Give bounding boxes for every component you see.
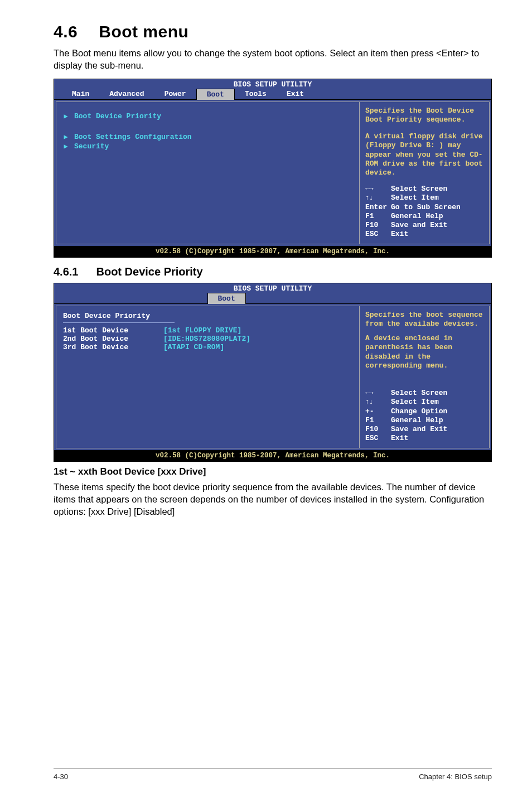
- bios-title: BIOS SETUP UTILITY: [54, 283, 491, 293]
- bios-left-panel: Boot Device Priority 1st Boot Device [1s…: [56, 306, 359, 448]
- help-keys: Select Screen Select Item +-Change Optio…: [365, 389, 483, 443]
- tab-main[interactable]: Main: [62, 89, 99, 99]
- bios-screenshot-boot-device-priority: BIOS SETUP UTILITY Boot Boot Device Prio…: [54, 283, 492, 462]
- bios-left-panel: ▶ Boot Device Priority ▶ Boot Settings C…: [56, 102, 359, 244]
- help-text-top: Specifies the Boot Device Boot Priority …: [365, 107, 483, 125]
- divider: [63, 322, 175, 323]
- menu-boot-device-priority[interactable]: ▶ Boot Device Priority: [63, 112, 352, 120]
- key-desc: Save and Exit: [391, 425, 447, 433]
- row-label: 2nd Boot Device: [63, 335, 163, 343]
- section-heading: 4.6 Boot menu: [54, 22, 492, 41]
- row-value: [1st FLOPPY DRIVE]: [163, 326, 241, 335]
- help-keys: Select Screen Select Item EnterGo to Sub…: [365, 185, 483, 239]
- arrows-lr-icon: [365, 389, 391, 398]
- key-label: ESC: [365, 230, 391, 239]
- key-desc: Select Item: [391, 194, 439, 202]
- submenu-arrow-icon: ▶: [63, 142, 69, 151]
- row-value: [ATAPI CD-ROM]: [163, 343, 224, 351]
- option-heading: 1st ~ xxth Boot Device [xxx Drive]: [54, 466, 492, 477]
- submenu-arrow-icon: ▶: [63, 133, 69, 141]
- help-text-mid: A virtual floppy disk drive (Floppy Driv…: [365, 132, 483, 177]
- key-desc: Select Item: [391, 398, 439, 406]
- key-desc: General Help: [391, 416, 443, 424]
- key-label: F1: [365, 212, 391, 221]
- page-footer: 4-30 Chapter 4: BIOS setup: [54, 769, 492, 781]
- key-desc: Exit: [391, 434, 408, 442]
- bios-copyright: v02.58 (C)Copyright 1985-2007, American …: [54, 450, 491, 461]
- bios-copyright: v02.58 (C)Copyright 1985-2007, American …: [54, 246, 491, 257]
- subsection-number: 4.6.1: [54, 265, 78, 278]
- section-title: Boot menu: [99, 22, 188, 41]
- row-value: [IDE:HDS728080PLAT2]: [163, 335, 250, 343]
- page-number: 4-30: [54, 772, 68, 781]
- bios-right-panel: Specifies the Boot Device Boot Priority …: [359, 102, 490, 244]
- key-desc: General Help: [391, 212, 443, 220]
- section-number: 4.6: [54, 22, 78, 41]
- boot-device-row-1[interactable]: 1st Boot Device [1st FLOPPY DRIVE]: [63, 326, 352, 335]
- menu-label: Boot Device Priority: [74, 112, 161, 120]
- bios-tabs-single: Boot: [54, 293, 491, 303]
- menu-label: Security: [74, 142, 109, 151]
- bios-screenshot-boot-menu: BIOS SETUP UTILITY Main Advanced Power B…: [54, 79, 492, 258]
- option-description: These items specify the boot device prio…: [54, 481, 492, 518]
- key-label: ESC: [365, 434, 391, 443]
- tab-power[interactable]: Power: [154, 89, 196, 99]
- tab-tools[interactable]: Tools: [235, 89, 277, 99]
- subsection-title: Boot Device Priority: [96, 265, 202, 278]
- subsection-heading: 4.6.1 Boot Device Priority: [54, 265, 492, 278]
- arrows-lr-icon: [365, 185, 391, 194]
- key-desc: Go to Sub Screen: [391, 203, 461, 211]
- row-label: 3rd Boot Device: [63, 343, 163, 351]
- submenu-arrow-icon: ▶: [63, 112, 69, 120]
- key-desc: Exit: [391, 230, 408, 238]
- intro-paragraph: The Boot menu items allow you to change …: [54, 47, 492, 72]
- menu-label: Boot Settings Configuration: [74, 133, 192, 141]
- tab-boot[interactable]: Boot: [196, 89, 235, 100]
- key-desc: Change Option: [391, 407, 447, 416]
- key-desc: Save and Exit: [391, 221, 447, 229]
- key-label: +-: [365, 407, 391, 416]
- key-desc: Select Screen: [391, 185, 447, 193]
- help-text-mid: A device enclosed in parenthesis has bee…: [365, 334, 483, 370]
- boot-device-row-3[interactable]: 3rd Boot Device [ATAPI CD-ROM]: [63, 343, 352, 351]
- key-label: F10: [365, 221, 391, 230]
- tab-advanced[interactable]: Advanced: [99, 89, 154, 99]
- arrows-ud-icon: [365, 398, 391, 407]
- key-label: F10: [365, 425, 391, 434]
- menu-boot-settings-configuration[interactable]: ▶ Boot Settings Configuration: [63, 133, 352, 141]
- key-label: Enter: [365, 203, 391, 212]
- row-label: 1st Boot Device: [63, 326, 163, 335]
- key-label: F1: [365, 416, 391, 425]
- tab-exit[interactable]: Exit: [277, 89, 314, 99]
- chapter-label: Chapter 4: BIOS setup: [419, 772, 492, 781]
- bios-right-panel: Specifies the boot sequence from the ava…: [359, 306, 490, 448]
- boot-device-row-2[interactable]: 2nd Boot Device [IDE:HDS728080PLAT2]: [63, 335, 352, 343]
- menu-security[interactable]: ▶ Security: [63, 142, 352, 151]
- tab-boot[interactable]: Boot: [207, 293, 246, 304]
- key-desc: Select Screen: [391, 389, 447, 397]
- help-text-top: Specifies the boot sequence from the ava…: [365, 311, 483, 329]
- arrows-ud-icon: [365, 194, 391, 202]
- bios-title: BIOS SETUP UTILITY: [54, 79, 491, 89]
- bios-tabs: Main Advanced Power Boot Tools Exit: [54, 89, 491, 99]
- panel-heading: Boot Device Priority: [63, 312, 352, 320]
